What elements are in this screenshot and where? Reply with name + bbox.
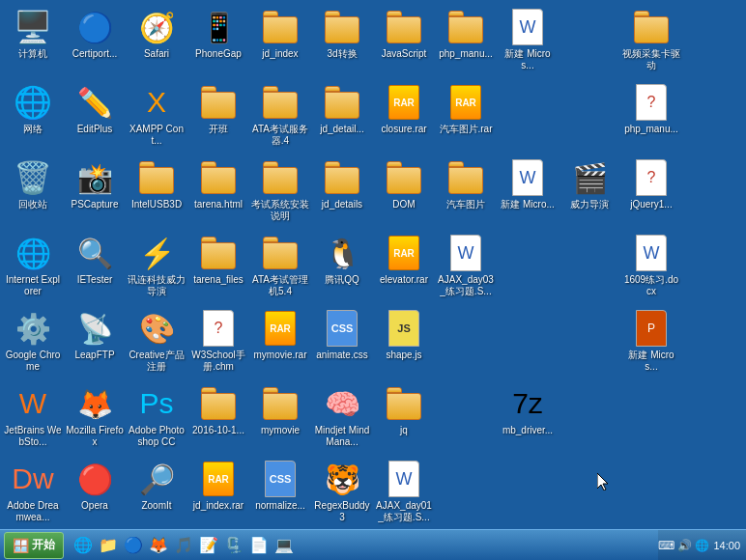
- desktop-icon-creative[interactable]: 🎨Creative产品注册: [126, 305, 187, 380]
- desktop-icon-photoshop[interactable]: PsAdobe Photoshop CC: [126, 380, 187, 456]
- desktop-icon-dreamweaver[interactable]: DwAdobe Dreamwea...: [2, 456, 64, 531]
- desktop-icon-ajax-day03[interactable]: WAJAX_day03_练习题.S...: [435, 230, 497, 305]
- desktop-icon-kaishi[interactable]: 开班: [187, 79, 249, 154]
- desktop-icon-chrome[interactable]: ⚙️Google Chrome: [2, 305, 64, 380]
- desktop-icon-jetbrains[interactable]: WJetBrains WebSto...: [2, 380, 64, 456]
- taskbar-ie-icon[interactable]: 🌐: [72, 534, 95, 557]
- start-label: 开始: [32, 537, 55, 553]
- desktop-icon-word-new1[interactable]: W新建 Micros...: [497, 4, 559, 79]
- desktop-icon-jd_index[interactable]: jd_index: [249, 4, 311, 79]
- taskbar-cmd-icon[interactable]: 💻: [273, 534, 296, 557]
- icon-image-ata-manage: [261, 234, 300, 272]
- desktop-icon-animate-css[interactable]: CSSanimate.css: [311, 305, 373, 380]
- icon-label-network: 网络: [23, 124, 43, 135]
- taskbar-notepad-icon[interactable]: 📄: [247, 534, 271, 557]
- icon-image-javascript: [385, 8, 423, 46]
- desktop-icon-safari[interactable]: 🧭Safari: [126, 4, 187, 79]
- desktop-icon-exam-system[interactable]: 考试系统安装说明: [249, 154, 311, 230]
- desktop-icon-javascript[interactable]: JavaScript: [373, 4, 435, 79]
- desktop-icon-folder-2016[interactable]: 2016-10-1...: [187, 380, 249, 456]
- desktop-icon-ata-service[interactable]: ATA考试服务器.4: [249, 79, 311, 154]
- desktop-icon-pscapture[interactable]: 📸PSCapture: [64, 154, 126, 230]
- desktop-icon-ajax-day01[interactable]: WAJAX_day01_练习题.S...: [373, 456, 435, 531]
- desktop-icon-ietester[interactable]: 🔍IETester: [64, 230, 126, 305]
- desktop-icon-3d-convert[interactable]: 3d转换: [311, 4, 373, 79]
- desktop-icon-car-img2[interactable]: 汽车图片: [435, 154, 497, 230]
- taskbar-winrar-icon[interactable]: 🗜️: [222, 534, 245, 557]
- desktop-icon-w3school[interactable]: ?W3School手册.chm: [187, 305, 249, 380]
- desktop-icon-closure-rar[interactable]: RARclosure.rar: [373, 79, 435, 154]
- desktop-icon-tencentqq[interactable]: 🐧腾讯QQ: [311, 230, 373, 305]
- desktop-icon-word-new2[interactable]: W新建 Micro...: [497, 154, 559, 230]
- icon-image-shape-js: JS: [385, 309, 423, 348]
- taskbar-quick-launch: 🌐 📁 🔵 🦊 🎵 📝 🗜️ 📄 💻: [68, 534, 658, 557]
- desktop-icon-leapftp[interactable]: 📡LeapFTP: [64, 305, 126, 380]
- desktop-icon-dom[interactable]: DOM: [373, 154, 435, 230]
- icon-label-car-img2: 汽车图片: [446, 199, 485, 210]
- desktop-icon-php_manu2[interactable]: ?php_manu...: [620, 79, 682, 154]
- desktop-icon-regexbuddy[interactable]: 🐯RegexBuddy 3: [311, 456, 373, 531]
- desktop-icon-ie-explorer[interactable]: 🌐Internet Explorer: [2, 230, 64, 305]
- icon-label-video-card: 视频采集卡驱动: [622, 48, 680, 71]
- icon-image-jd_details2: [323, 158, 361, 197]
- start-button[interactable]: 🪟 开始: [4, 532, 64, 559]
- icon-label-jd_detail: jd_detail...: [320, 124, 364, 135]
- desktop-icon-jquery1[interactable]: ?jQuery1...: [620, 154, 682, 230]
- icon-image-dom: [385, 158, 423, 197]
- desktop-icon-mindjet[interactable]: 🧠Mindjet MindMana...: [311, 380, 373, 456]
- desktop-icon-jd_index-rar[interactable]: RARjd_index.rar: [187, 456, 249, 531]
- desktop-icon-intelusb3d[interactable]: IntelUSB3D: [126, 154, 187, 230]
- desktop-icon-firefox[interactable]: 🦊Mozilla Firefox: [64, 380, 126, 456]
- icon-label-ie-explorer: Internet Explorer: [4, 274, 62, 297]
- icon-label-php_manu1: php_manu...: [439, 48, 493, 60]
- desktop-icon-video-card[interactable]: 视频采集卡驱动: [620, 4, 682, 79]
- desktop-icon-xunlei[interactable]: ⚡讯连科技威力导演: [126, 230, 187, 305]
- desktop-icon-weili[interactable]: 🎬威力导演: [559, 154, 620, 230]
- desktop-icon-recycle[interactable]: 🗑️回收站: [2, 154, 64, 230]
- desktop-icon-jd_detail[interactable]: jd_detail...: [311, 79, 373, 154]
- desktop-icon-jd_details2[interactable]: jd_details: [311, 154, 373, 230]
- desktop-icon-phonegap[interactable]: 📱PhoneGap: [187, 4, 249, 79]
- taskbar-chrome-icon[interactable]: 🔵: [122, 534, 145, 557]
- icon-label-jd_index-rar: jd_index.rar: [193, 500, 244, 512]
- desktop-icon-tarena-html[interactable]: tarena.html: [187, 154, 249, 230]
- desktop-icon-editplus[interactable]: ✏️EditPlus: [64, 79, 126, 154]
- desktop-icon-1609-practice[interactable]: W1609练习.docx: [620, 230, 682, 305]
- desktop-icon-opera[interactable]: 🔴Opera: [64, 456, 126, 531]
- icon-image-car-img-rar: RAR: [446, 83, 485, 122]
- desktop-icon-network[interactable]: 🌐网络: [2, 79, 64, 154]
- icon-label-xunlei: 讯连科技威力导演: [128, 274, 186, 297]
- icon-image-word-new1: W: [508, 8, 547, 46]
- icon-label-leapftp: LeapFTP: [74, 350, 114, 361]
- desktop-icon-normalize[interactable]: CSSnormalize...: [249, 456, 311, 531]
- desktop-icon-mymovie-rar[interactable]: RARmymovie.rar: [249, 305, 311, 380]
- icon-image-ajax-day01: W: [385, 460, 423, 498]
- system-clock: 14:00: [713, 540, 740, 551]
- taskbar: 🪟 开始 🌐 📁 🔵 🦊 🎵 📝 🗜️ 📄 💻 ⌨ 🔊 🌐 14:00: [0, 529, 746, 560]
- desktop-icon-tarena-files[interactable]: tarena_files: [187, 230, 249, 305]
- icon-image-mindjet: 🧠: [323, 384, 361, 423]
- icon-image-3d-convert: [323, 8, 361, 46]
- desktop-icon-jq-folder[interactable]: jq: [373, 380, 435, 456]
- taskbar-media-icon[interactable]: 🎵: [172, 534, 195, 557]
- desktop-icon-php_manu1[interactable]: php_manu...: [435, 4, 497, 79]
- taskbar-office-icon[interactable]: 📝: [197, 534, 220, 557]
- icon-label-shape-js: shape.js: [386, 350, 421, 361]
- desktop-icon-certiport[interactable]: 🔵Certiport...: [64, 4, 126, 79]
- taskbar-folder-icon[interactable]: 📁: [97, 534, 120, 557]
- taskbar-firefox-icon[interactable]: 🦊: [147, 534, 170, 557]
- desktop-icon-7z-driver[interactable]: 7zmb_driver...: [497, 380, 559, 456]
- desktop-icon-mymovie-folder[interactable]: mymovie: [249, 380, 311, 456]
- desktop-icon-ata-manage[interactable]: ATA考试管理机5.4: [249, 230, 311, 305]
- icon-label-ajax-day01: AJAX_day01_练习题.S...: [375, 500, 433, 523]
- desktop-icon-zoomit[interactable]: 🔎ZoomIt: [126, 456, 187, 531]
- desktop-icon-car-img-rar[interactable]: RAR汽车图片.rar: [435, 79, 497, 154]
- desktop-icon-shape-js[interactable]: JSshape.js: [373, 305, 435, 380]
- icon-image-intelusb3d: [137, 158, 176, 197]
- icon-image-jd_detail: [323, 83, 361, 122]
- desktop-icon-computer[interactable]: 🖥️计算机: [2, 4, 64, 79]
- desktop-icon-xampp[interactable]: XXAMPP Cont...: [126, 79, 187, 154]
- desktop-icon-new-ppt[interactable]: P新建 Micros...: [620, 305, 682, 380]
- icon-label-recycle: 回收站: [18, 199, 47, 210]
- desktop-icon-elevator-rar[interactable]: RARelevator.rar: [373, 230, 435, 305]
